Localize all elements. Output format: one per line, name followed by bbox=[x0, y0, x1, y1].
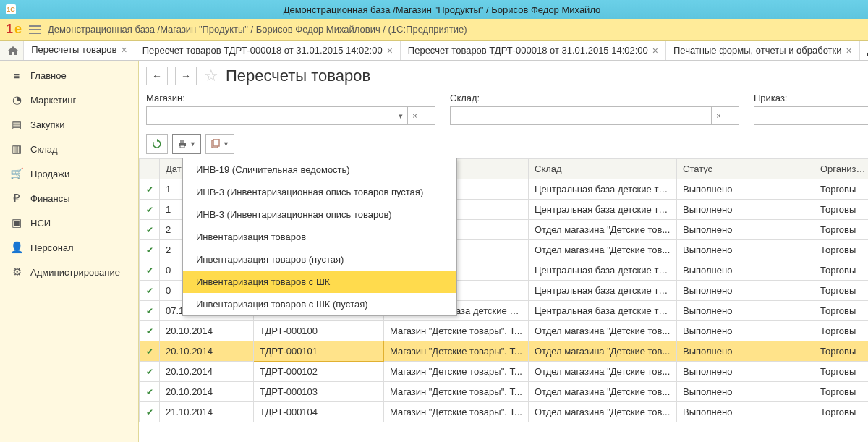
print-button[interactable]: ▼ bbox=[172, 134, 201, 154]
cell-org: Торговы bbox=[814, 301, 869, 321]
nav-back-button[interactable]: ← bbox=[146, 67, 168, 85]
table-row[interactable]: ✔20.10.2014ТДРТ-000101Магазин "Детские т… bbox=[140, 341, 869, 362]
breadcrumb: Демонстрационная база /Магазин "Продукты… bbox=[48, 24, 467, 35]
cell-org: Торговы bbox=[814, 179, 869, 200]
doc-icon: ✔ bbox=[146, 367, 153, 377]
cell-icon: ✔ bbox=[140, 179, 160, 200]
cell-wh: Отдел магазина "Детские тов... bbox=[529, 362, 677, 382]
table-row[interactable]: ✔20.10.2014ТДРТ-000103Магазин "Детские т… bbox=[140, 382, 869, 402]
sidebar-item-6[interactable]: ▣НСИ bbox=[0, 211, 138, 235]
tab-label: Печатные формы, отчеты и обработки bbox=[673, 45, 842, 56]
dropdown-item-0[interactable]: ИНВ-19 (Сличительная ведомость) bbox=[183, 158, 456, 181]
sidebar-item-5[interactable]: ₽Финансы bbox=[0, 186, 138, 211]
sidebar-item-3[interactable]: ▥Склад bbox=[0, 137, 138, 161]
cell-store: Магазин "Детские товары". Т... bbox=[384, 382, 529, 402]
doc-icon: ✔ bbox=[146, 205, 153, 215]
tab-2[interactable]: Пересчет товаров ТДРТ-000018 от 31.01.20… bbox=[401, 41, 666, 60]
doc-icon: ✔ bbox=[146, 225, 153, 235]
cell-org: Торговы bbox=[814, 240, 869, 260]
caret-down-icon: ▼ bbox=[190, 140, 196, 148]
close-icon[interactable]: × bbox=[652, 45, 658, 56]
warehouse-filter-label: Склад: bbox=[450, 93, 739, 103]
sidebar-item-2[interactable]: ▤Закупки bbox=[0, 112, 138, 137]
cell-org: Торговы bbox=[814, 200, 869, 220]
column-header[interactable]: Организация bbox=[814, 159, 869, 179]
doc-icon: ✔ bbox=[146, 306, 153, 316]
cell-status: Выполнено bbox=[677, 341, 814, 362]
order-input[interactable] bbox=[754, 107, 868, 124]
doc-icon: ✔ bbox=[146, 286, 153, 296]
tab-0[interactable]: Пересчеты товаров× bbox=[24, 41, 135, 60]
print-dropdown: ИНВ-19 (Сличительная ведомость)ИНВ-3 (Ин… bbox=[182, 158, 457, 316]
doc-icon: ✔ bbox=[146, 245, 153, 255]
store-input[interactable] bbox=[147, 107, 393, 124]
cell-num: ТДРТ-000100 bbox=[254, 321, 384, 341]
hamburger-icon[interactable] bbox=[29, 25, 41, 34]
warehouse-input[interactable] bbox=[451, 107, 711, 124]
tab-4[interactable]: Доп bbox=[860, 41, 868, 60]
close-icon[interactable]: × bbox=[846, 45, 852, 56]
sidebar-icon: 👤 bbox=[10, 241, 23, 254]
close-icon[interactable]: × bbox=[121, 44, 127, 56]
sidebar-item-7[interactable]: 👤Персонал bbox=[0, 235, 138, 260]
dropdown-item-6[interactable]: Инвентаризация товаров с ШК (пустая) bbox=[183, 293, 456, 315]
cell-wh: Центральная база детские то... bbox=[529, 301, 677, 321]
order-filter-input[interactable] bbox=[754, 106, 868, 125]
doc-icon: ✔ bbox=[146, 407, 153, 417]
cell-status: Выполнено bbox=[677, 362, 814, 382]
sidebar-item-8[interactable]: ⚙Администрирование bbox=[0, 260, 138, 284]
table-row[interactable]: ✔20.10.2014ТДРТ-000102Магазин "Детские т… bbox=[140, 362, 869, 382]
table-row[interactable]: ✔21.10.2014ТДРТ-000104Магазин "Детские т… bbox=[140, 402, 869, 422]
column-header[interactable]: Статус bbox=[677, 159, 814, 179]
store-dropdown-button[interactable]: ▾ bbox=[393, 107, 407, 124]
sidebar-item-1[interactable]: ◔Маркетинг bbox=[0, 88, 138, 112]
page-title: Пересчеты товаров bbox=[226, 67, 370, 85]
cell-wh: Центральная база детские то... bbox=[529, 200, 677, 220]
cell-wh: Отдел магазина "Детские тов... bbox=[529, 321, 677, 341]
sidebar-item-4[interactable]: 🛒Продажи bbox=[0, 161, 138, 186]
refresh-icon bbox=[152, 139, 162, 149]
store-filter-input[interactable]: ▾ × bbox=[146, 106, 435, 125]
column-header[interactable] bbox=[140, 159, 160, 179]
home-tab[interactable] bbox=[3, 41, 24, 60]
content: ← → ☆ Пересчеты товаров Магазин: ▾ × Скл… bbox=[139, 61, 868, 442]
column-header[interactable]: Склад bbox=[529, 159, 677, 179]
cell-icon: ✔ bbox=[140, 240, 160, 260]
tab-1[interactable]: Пересчет товаров ТДРТ-000018 от 31.01.20… bbox=[135, 41, 401, 60]
sidebar-icon: ▥ bbox=[10, 143, 23, 156]
cell-icon: ✔ bbox=[140, 382, 160, 402]
nav-forward-button[interactable]: → bbox=[175, 67, 197, 85]
cell-wh: Центральная база детские то... bbox=[529, 281, 677, 301]
doc-icon: ✔ bbox=[146, 326, 153, 336]
sidebar-item-0[interactable]: ≡Главное bbox=[0, 64, 138, 88]
dropdown-item-2[interactable]: ИНВ-3 (Инвентаризационная опись товаров) bbox=[183, 203, 456, 226]
table-row[interactable]: ✔20.10.2014ТДРТ-000100Магазин "Детские т… bbox=[140, 321, 869, 341]
refresh-button[interactable] bbox=[146, 134, 168, 154]
sidebar-label: Администрирование bbox=[30, 267, 120, 278]
logo: 1e bbox=[6, 22, 22, 37]
warehouse-clear-button[interactable]: × bbox=[711, 107, 726, 124]
store-filter-label: Магазин: bbox=[146, 93, 435, 103]
caret-down-icon: ▼ bbox=[223, 140, 229, 148]
tab-label: Пересчет товаров ТДРТ-000018 от 31.01.20… bbox=[142, 45, 383, 56]
cell-wh: Центральная база детские то... bbox=[529, 179, 677, 200]
dropdown-item-1[interactable]: ИНВ-3 (Инвентаризационная опись товаров … bbox=[183, 181, 456, 203]
cell-icon: ✔ bbox=[140, 321, 160, 341]
close-icon[interactable]: × bbox=[387, 45, 393, 56]
tab-3[interactable]: Печатные формы, отчеты и обработки× bbox=[666, 41, 860, 60]
favorite-star-icon[interactable]: ☆ bbox=[204, 67, 218, 85]
sidebar-icon: ⚙ bbox=[10, 265, 23, 279]
cell-org: Торговы bbox=[814, 362, 869, 382]
cell-date: 20.10.2014 bbox=[160, 382, 254, 402]
cell-status: Выполнено bbox=[677, 301, 814, 321]
warehouse-filter-input[interactable]: × bbox=[450, 106, 739, 125]
dropdown-item-5[interactable]: Инвентаризация товаров с ШК bbox=[183, 271, 456, 293]
cell-status: Выполнено bbox=[677, 321, 814, 341]
cell-icon: ✔ bbox=[140, 281, 160, 301]
cell-wh: Отдел магазина "Детские тов... bbox=[529, 402, 677, 422]
actions-button[interactable]: ▼ bbox=[205, 134, 234, 154]
dropdown-item-4[interactable]: Инвентаризация товаров (пустая) bbox=[183, 248, 456, 271]
dropdown-item-3[interactable]: Инвентаризация товаров bbox=[183, 226, 456, 248]
cell-icon: ✔ bbox=[140, 260, 160, 281]
store-clear-button[interactable]: × bbox=[407, 107, 422, 124]
